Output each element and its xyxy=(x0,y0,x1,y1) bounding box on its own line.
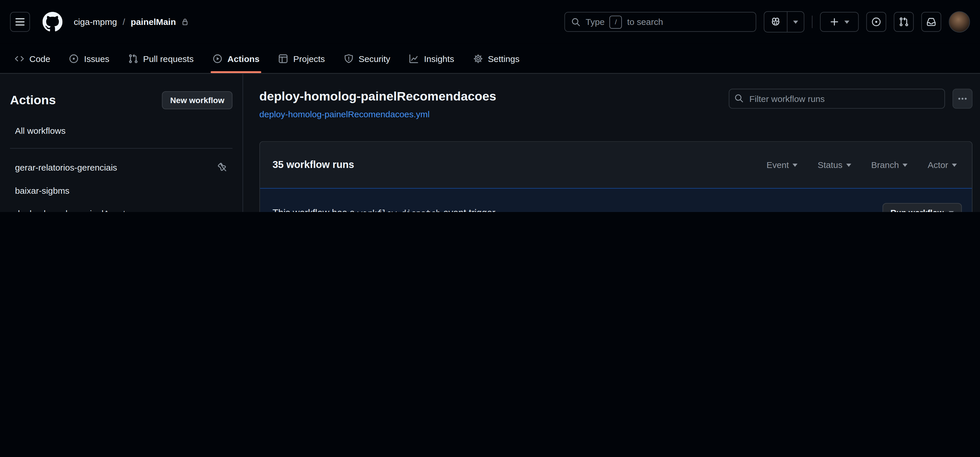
repo-nav-tabs: Code Issues Pull requests Actions Projec… xyxy=(0,44,980,74)
workflow-runs-main: deploy-homolog-painelRecomendacoes deplo… xyxy=(243,74,980,212)
run-workflow-button[interactable]: Run workflow xyxy=(882,203,962,212)
page-content: Actions New workflow All workflows gerar… xyxy=(0,74,980,212)
copilot-button[interactable] xyxy=(764,12,787,32)
workflow-dispatch-banner: This workflow has a workflow_dispatch ev… xyxy=(260,188,972,212)
triangle-down-icon xyxy=(903,163,908,169)
hamburger-menu-button[interactable] xyxy=(10,12,30,32)
breadcrumb-repo[interactable]: painelMain xyxy=(131,17,189,27)
inbox-icon xyxy=(926,17,937,27)
search-placeholder-suffix: to search xyxy=(627,17,663,27)
tab-insights[interactable]: Insights xyxy=(399,44,464,73)
triangle-down-icon xyxy=(793,21,798,26)
filter-branch-dropdown[interactable]: Branch xyxy=(871,160,908,170)
github-actions-page: ciga-mpmg / painelMain Type / to search xyxy=(0,0,980,212)
search-icon xyxy=(571,17,581,26)
copilot-button-group xyxy=(764,11,804,32)
copilot-icon xyxy=(770,16,781,27)
tab-code[interactable]: Code xyxy=(5,44,60,73)
workflow-options-button[interactable] xyxy=(953,89,972,109)
github-logo[interactable] xyxy=(43,12,63,32)
filter-status-dropdown[interactable]: Status xyxy=(818,160,851,170)
gear-icon xyxy=(473,53,483,63)
sidebar-item-workflow[interactable]: gerar-relatorios-gerenciais xyxy=(10,157,233,178)
search-placeholder-prefix: Type xyxy=(585,17,605,27)
avatar[interactable] xyxy=(949,11,970,32)
table-icon xyxy=(278,53,288,63)
banner-text: This workflow has a workflow_dispatch ev… xyxy=(272,207,497,212)
new-workflow-button[interactable]: New workflow xyxy=(162,91,232,109)
sidebar-divider xyxy=(10,148,233,149)
kebab-horizontal-icon xyxy=(958,94,967,104)
inbox-button[interactable] xyxy=(921,12,941,32)
triangle-down-icon xyxy=(846,163,851,169)
git-pull-request-icon xyxy=(899,17,909,27)
workflow-runs-list: 35 workflow runs Event Status Branch Act… xyxy=(259,141,972,212)
graph-icon xyxy=(409,53,419,63)
lock-icon xyxy=(180,17,189,26)
triangle-down-icon xyxy=(792,163,797,169)
tab-projects[interactable]: Projects xyxy=(269,44,334,73)
triangle-down-icon xyxy=(952,163,957,169)
filter-workflow-runs-input[interactable] xyxy=(729,89,945,109)
plus-icon xyxy=(829,17,840,27)
tab-issues[interactable]: Issues xyxy=(60,44,119,73)
git-pull-request-icon xyxy=(128,53,138,63)
tab-pull-requests[interactable]: Pull requests xyxy=(119,44,203,73)
code-icon xyxy=(14,53,25,63)
page-title: deploy-homolog-painelRecomendacoes xyxy=(259,89,496,104)
global-search-input[interactable]: Type / to search xyxy=(565,12,756,32)
workflow-dispatch-code: workflow_dispatch xyxy=(358,208,441,212)
triangle-down-icon xyxy=(949,211,954,212)
runs-list-header: 35 workflow runs Event Status Branch Act… xyxy=(260,142,972,188)
actions-sidebar: Actions New workflow All workflows gerar… xyxy=(0,74,243,212)
shield-icon xyxy=(344,53,354,63)
app-header: ciga-mpmg / painelMain Type / to search xyxy=(0,0,980,44)
filter-event-dropdown[interactable]: Event xyxy=(767,160,797,170)
breadcrumb: ciga-mpmg / painelMain xyxy=(74,17,189,27)
copilot-dropdown-button[interactable] xyxy=(787,12,804,32)
tab-actions[interactable]: Actions xyxy=(203,44,269,73)
main-header: deploy-homolog-painelRecomendacoes deplo… xyxy=(259,89,972,119)
sidebar-item-workflow[interactable]: deploy-homolog-painelAssets xyxy=(10,203,233,212)
runs-count: 35 workflow runs xyxy=(272,159,354,171)
tab-settings[interactable]: Settings xyxy=(464,44,529,73)
issues-header-button[interactable] xyxy=(866,12,886,32)
workflow-yml-link[interactable]: deploy-homolog-painelRecomendacoes.yml xyxy=(259,109,496,119)
pull-requests-header-button[interactable] xyxy=(894,12,914,32)
sidebar-item-workflow[interactable]: baixar-sigbms xyxy=(10,181,233,200)
runs-filters: Event Status Branch Actor xyxy=(767,160,957,170)
slash-key-icon: / xyxy=(610,15,622,29)
sidebar-title: Actions xyxy=(10,93,56,108)
triangle-down-icon xyxy=(845,21,849,26)
header-actions: Type / to search xyxy=(565,11,970,32)
header-divider xyxy=(812,16,813,28)
breadcrumb-separator: / xyxy=(123,17,125,27)
sidebar-header: Actions New workflow xyxy=(10,91,233,109)
filter-actor-dropdown[interactable]: Actor xyxy=(928,160,957,170)
three-bars-icon xyxy=(15,17,25,27)
breadcrumb-owner[interactable]: ciga-mpmg xyxy=(74,17,117,27)
sidebar-item-all-workflows[interactable]: All workflows xyxy=(10,121,233,140)
search-icon xyxy=(734,94,743,103)
play-icon xyxy=(212,53,223,63)
issue-opened-icon xyxy=(871,17,881,27)
issue-opened-icon xyxy=(69,53,79,63)
pin-icon[interactable] xyxy=(218,162,228,173)
create-new-button[interactable] xyxy=(820,12,859,32)
tab-security[interactable]: Security xyxy=(334,44,399,73)
